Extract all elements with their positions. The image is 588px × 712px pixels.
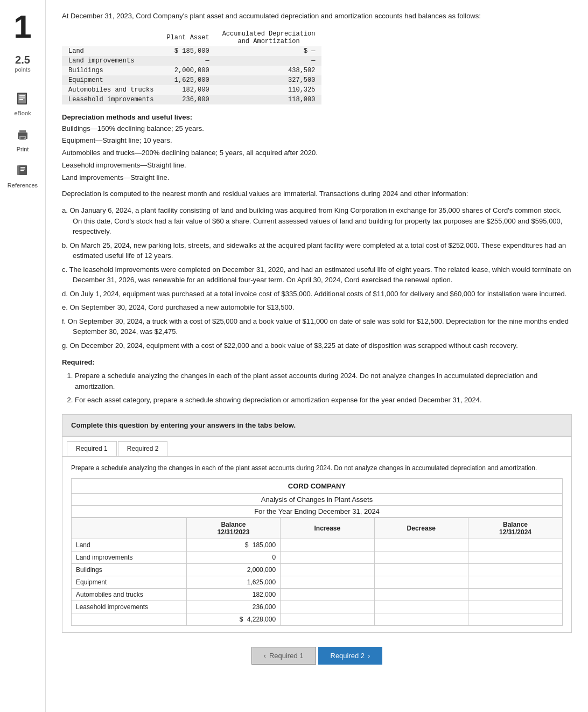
- references-icon: [13, 161, 32, 180]
- row-label-auto: Automobiles and trucks: [72, 588, 186, 601]
- transaction-g: On December 20, 2024, equipment with a c…: [62, 340, 572, 351]
- table-row: Buildings: [62, 66, 160, 75]
- tabs-container: Required 1 Required 2 Prepare a schedule…: [62, 436, 572, 633]
- next-button[interactable]: Required 2 ›: [318, 647, 383, 665]
- transaction-b: On March 25, 2024, new parking lots, str…: [62, 240, 572, 261]
- land-balance-start: $ 185,000: [186, 539, 280, 551]
- main-content: At December 31, 2023, Cord Company's pla…: [46, 0, 588, 712]
- buildings-balance-start: 2,000,000: [186, 563, 280, 576]
- col-header-balance-end: Balance12/31/2024: [468, 518, 562, 539]
- buildings-balance-end[interactable]: [468, 563, 562, 576]
- svg-rect-4: [19, 99, 23, 100]
- svg-rect-6: [19, 130, 26, 133]
- svg-rect-9: [20, 138, 24, 139]
- required-heading: Required:: [62, 358, 572, 366]
- land-balance-end[interactable]: [468, 539, 562, 551]
- col-header-decrease: Decrease: [374, 518, 468, 539]
- sidebar: 1 2.5 points eBook: [0, 0, 46, 712]
- required-item-1: Prepare a schedule analyzing the changes…: [75, 371, 572, 392]
- transaction-c: The leasehold improvements were complete…: [62, 264, 572, 285]
- transaction-a: On January 6, 2024, a plant facility con…: [62, 205, 572, 237]
- company-name: CORD COMPANY: [72, 479, 562, 494]
- auto-balance-end[interactable]: [468, 588, 562, 601]
- buildings-increase[interactable]: [281, 563, 374, 576]
- references-label: References: [8, 182, 38, 189]
- table-row: Land improvements 0: [72, 551, 562, 563]
- required-item-2: For each asset category, prepare a sched…: [75, 395, 572, 406]
- required-list: Prepare a schedule analyzing the changes…: [62, 371, 572, 406]
- tab-required-2[interactable]: Required 2: [118, 441, 168, 456]
- prev-label: Required 1: [269, 652, 304, 660]
- table-row: Land $ 185,000: [72, 539, 562, 551]
- plant-asset-table: Plant Asset Accumulated Depreciation and…: [62, 29, 321, 104]
- row-label-leasehold: Leasehold improvements: [72, 601, 186, 613]
- land-imp-increase[interactable]: [281, 551, 374, 563]
- buildings-decrease[interactable]: [374, 563, 468, 576]
- land-increase[interactable]: [281, 539, 374, 551]
- total-decrease[interactable]: [374, 613, 468, 625]
- svg-rect-8: [20, 137, 25, 138]
- land-imp-decrease[interactable]: [374, 551, 468, 563]
- table-title: Analysis of Changes in Plant Assets: [72, 494, 562, 506]
- leasehold-increase[interactable]: [281, 601, 374, 613]
- points-value: 2.5: [15, 54, 30, 66]
- table-period: For the Year Ending December 31, 2024: [72, 506, 562, 518]
- print-label: Print: [17, 146, 29, 152]
- equipment-decrease[interactable]: [374, 576, 468, 588]
- ebook-label: eBook: [14, 110, 31, 116]
- transaction-e: On September 30, 2024, Cord purchased a …: [62, 302, 572, 313]
- table-row: Equipment 1,625,000: [72, 576, 562, 588]
- row-label-equipment: Equipment: [72, 576, 186, 588]
- complete-box-text: Complete this question by entering your …: [71, 421, 296, 429]
- auto-balance-start: 182,000: [186, 588, 280, 601]
- ebook-icon: [13, 89, 32, 108]
- points-label: points: [15, 66, 30, 73]
- col-header-increase: Increase: [281, 518, 374, 539]
- equipment-increase[interactable]: [281, 576, 374, 588]
- leasehold-balance-end[interactable]: [468, 601, 562, 613]
- print-icon: [13, 125, 32, 144]
- table-row: Land: [62, 46, 160, 56]
- tabs-header: Required 1 Required 2: [62, 437, 571, 457]
- svg-rect-12: [20, 167, 25, 168]
- tab-instruction: Prepare a schedule analyzing the changes…: [71, 463, 563, 473]
- ebook-button[interactable]: eBook: [13, 89, 32, 116]
- svg-rect-13: [20, 169, 25, 170]
- table-row: Automobiles and trucks: [62, 85, 160, 95]
- table-row: Leasehold improvements: [62, 95, 160, 104]
- land-imp-balance-start: 0: [186, 551, 280, 563]
- svg-rect-1: [18, 94, 26, 103]
- tab-content-1: Prepare a schedule analyzing the changes…: [62, 457, 571, 632]
- table-row-total: $ 4,228,000: [72, 613, 562, 625]
- tab-required-1[interactable]: Required 1: [67, 441, 117, 456]
- transaction-f: On September 30, 2024, a truck with a co…: [62, 316, 572, 337]
- auto-increase[interactable]: [281, 588, 374, 601]
- table-row: Automobiles and trucks 182,000: [72, 588, 562, 601]
- col-header-category: [72, 518, 186, 539]
- auto-decrease[interactable]: [374, 588, 468, 601]
- svg-rect-2: [19, 95, 25, 96]
- row-label-land-improvements: Land improvements: [72, 551, 186, 563]
- table-row: Buildings 2,000,000: [72, 563, 562, 576]
- prev-chevron-icon: ‹: [264, 652, 266, 660]
- references-button[interactable]: References: [8, 161, 38, 189]
- equipment-balance-start: 1,625,000: [186, 576, 280, 588]
- svg-rect-14: [20, 170, 24, 171]
- leasehold-decrease[interactable]: [374, 601, 468, 613]
- land-decrease[interactable]: [374, 539, 468, 551]
- prev-button[interactable]: ‹ Required 1: [251, 647, 316, 665]
- leasehold-balance-start: 236,000: [186, 601, 280, 613]
- total-increase[interactable]: [281, 613, 374, 625]
- total-label: [72, 613, 186, 625]
- table-row: Leasehold improvements 236,000: [72, 601, 562, 613]
- problem-number: 1: [13, 11, 31, 43]
- equipment-balance-end[interactable]: [468, 576, 562, 588]
- land-imp-balance-end[interactable]: [468, 551, 562, 563]
- total-balance-start: $ 4,228,000: [186, 613, 280, 625]
- transaction-d: On July 1, 2024, equipment was purchased…: [62, 289, 572, 299]
- print-button[interactable]: Print: [13, 125, 32, 152]
- bottom-nav: ‹ Required 1 Required 2 ›: [62, 638, 572, 673]
- complete-box: Complete this question by entering your …: [62, 414, 572, 436]
- depreciation-heading: Depreciation methods and useful lives:: [62, 113, 572, 121]
- total-balance-end[interactable]: [468, 613, 562, 625]
